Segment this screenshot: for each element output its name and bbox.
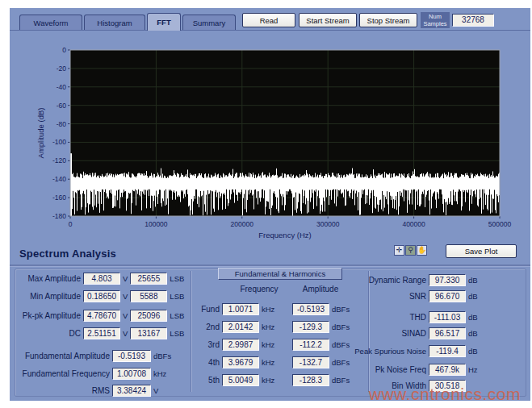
- value-box: 3.38424: [112, 385, 151, 397]
- harmonic-name: 4th: [195, 359, 220, 367]
- field-fundamental-frequency: Fundamental Frequency 1.00708 kHz: [11, 368, 166, 380]
- svg-text:-120: -120: [52, 156, 66, 164]
- value-box: 1.00708: [112, 368, 151, 380]
- svg-text:400000: 400000: [402, 220, 425, 228]
- svg-text:-100: -100: [52, 138, 66, 146]
- column-separator: [191, 271, 192, 392]
- unit-label: Hz: [468, 365, 478, 374]
- watermark-text: www.cntronics.com: [369, 385, 521, 404]
- tab-fft[interactable]: FFT: [147, 13, 181, 31]
- field-label: Max Amplitude: [11, 275, 81, 283]
- num-samples-input[interactable]: 32768: [452, 14, 494, 27]
- unit-label: LSB: [170, 292, 184, 301]
- svg-text:-40: -40: [57, 83, 67, 91]
- section-divider: [10, 264, 530, 267]
- zoom-tool-icon[interactable]: ⚲: [405, 245, 416, 256]
- unit-label: V: [123, 329, 128, 338]
- value-box: -0.5193: [292, 303, 329, 315]
- value-box: -129.3: [292, 321, 329, 333]
- tab-waveform[interactable]: Waveform: [19, 15, 82, 30]
- num-samples-label: Num Samples: [421, 12, 450, 28]
- unit-label: V: [153, 386, 158, 395]
- field-fundamental-amplitude: Fundamental Amplitude -0.5193 dBFs: [11, 350, 171, 362]
- value-box: -132.7: [292, 356, 329, 368]
- value-box: 4.803: [83, 273, 120, 285]
- svg-text:Frequency (Hz): Frequency (Hz): [258, 231, 311, 239]
- value-box: 0.18650: [83, 290, 120, 302]
- tab-histogram[interactable]: Histogram: [84, 15, 145, 30]
- value-box: -0.5193: [112, 350, 151, 362]
- field-label: Dynamic Range: [339, 277, 426, 285]
- svg-text:-180: -180: [52, 212, 66, 220]
- value-box: 1.0071: [222, 303, 259, 315]
- unit-label: kHz: [262, 323, 274, 331]
- pan-tool-icon[interactable]: ✋: [417, 245, 427, 256]
- stop-stream-button[interactable]: Stop Stream: [359, 13, 417, 27]
- field-dynamic-range: Dynamic Range 97.330 dB: [339, 274, 478, 286]
- field-label: SINAD: [339, 330, 426, 338]
- field-label: RMS: [11, 387, 110, 395]
- unit-label: kHz: [153, 369, 166, 378]
- svg-text:100000: 100000: [145, 220, 168, 228]
- save-plot-button[interactable]: Save Plot: [446, 244, 517, 258]
- harmonic-row-2nd-freq: 2nd 2.0142 kHz: [195, 321, 274, 333]
- app-window: Waveform Histogram FFT Summary Read Star…: [10, 8, 530, 401]
- value-box: 3.9679: [222, 356, 259, 368]
- field-snr: SNR 96.670 dB: [339, 290, 478, 302]
- value-box: 25096: [130, 310, 167, 322]
- svg-text:0: 0: [69, 220, 73, 228]
- unit-label: V: [123, 292, 128, 301]
- harmonic-row-3rd-freq: 3rd 2.9987 kHz: [195, 339, 274, 351]
- unit-label: dB: [468, 313, 478, 322]
- value-box: 96.517: [429, 327, 466, 339]
- field-label: Pk-pk Amplitude: [11, 312, 81, 320]
- field-pk-noise-freq: Pk Noise Freq 467.9k Hz: [339, 364, 478, 376]
- harmonic-name: Fund: [195, 306, 220, 314]
- harmonics-col-frequency: Frequency: [231, 285, 287, 294]
- value-box: 2.0142: [222, 321, 259, 333]
- section-title: Spectrum Analysis: [19, 248, 116, 260]
- value-box: 4.78670: [83, 310, 120, 322]
- cursor-tool-icon[interactable]: ✛: [394, 245, 404, 256]
- harmonic-name: 2nd: [195, 323, 220, 331]
- unit-label: dB: [468, 347, 478, 356]
- value-box: 5.0049: [222, 374, 259, 386]
- read-button[interactable]: Read: [242, 13, 295, 27]
- field-label: Peak Spurious Noise: [339, 348, 426, 356]
- field-pkpk-amplitude: Pk-pk Amplitude 4.78670 V 25096 LSB: [11, 310, 184, 322]
- svg-text:-160: -160: [52, 194, 66, 202]
- value-box: -119.4: [429, 345, 466, 357]
- value-box: 25655: [130, 273, 167, 285]
- value-box: -111.03: [429, 311, 466, 323]
- svg-text:200000: 200000: [231, 220, 254, 228]
- unit-label: LSB: [170, 311, 184, 320]
- start-stream-button[interactable]: Start Stream: [299, 13, 357, 27]
- value-box: 2.51151: [83, 327, 120, 339]
- svg-text:Amplitude (dB): Amplitude (dB): [36, 108, 45, 159]
- field-label: Fundamental Amplitude: [11, 352, 110, 360]
- value-box: 97.330: [429, 274, 466, 286]
- field-label: Pk Noise Freq: [339, 366, 426, 374]
- value-box: 467.9k: [429, 364, 466, 376]
- harmonic-row-fund-freq: Fund 1.0071 kHz: [195, 303, 274, 315]
- field-sinad: SINAD 96.517 dB: [339, 327, 478, 339]
- tab-summary[interactable]: Summary: [182, 15, 236, 30]
- value-box: 96.670: [429, 290, 466, 302]
- svg-text:500000: 500000: [488, 220, 512, 228]
- unit-label: LSB: [170, 329, 184, 338]
- value-box: -112.2: [292, 339, 329, 351]
- field-thd: THD -111.03 dB: [339, 311, 478, 323]
- harmonic-name: 5th: [195, 377, 220, 385]
- value-box: 13167: [130, 327, 167, 339]
- svg-text:-80: -80: [57, 120, 67, 128]
- unit-label: V: [123, 274, 128, 283]
- harmonics-title: Fundamental & Harmonics: [218, 268, 342, 280]
- field-max-amplitude: Max Amplitude 4.803 V 25655 LSB: [11, 273, 184, 285]
- unit-label: V: [123, 311, 128, 320]
- svg-text:-60: -60: [57, 102, 67, 110]
- harmonic-row-5th-freq: 5th 5.0049 kHz: [195, 374, 274, 386]
- field-label: Min Amplitude: [11, 293, 81, 301]
- unit-label: kHz: [262, 358, 274, 367]
- field-label: THD: [339, 314, 426, 322]
- value-box: -128.3: [292, 374, 329, 386]
